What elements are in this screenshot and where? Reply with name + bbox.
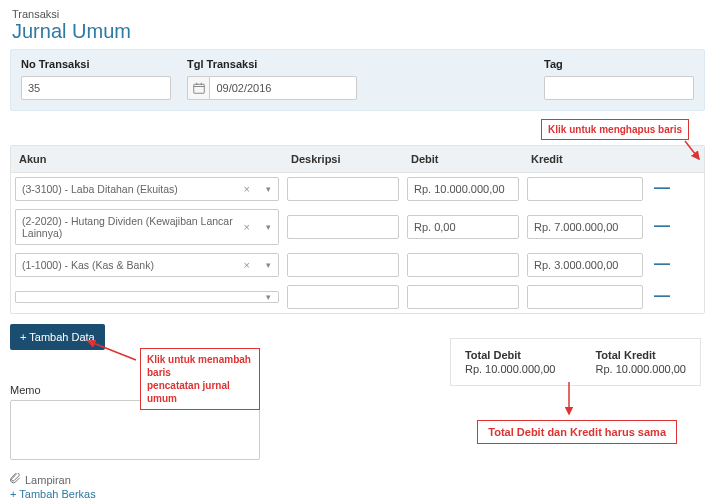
akun-select[interactable]: (1-1000) - Kas (Kas & Bank)×	[15, 253, 259, 277]
chevron-down-icon[interactable]: ▾	[259, 291, 279, 303]
akun-select-value: (3-3100) - Laba Ditahan (Ekuitas)	[22, 183, 178, 195]
table-row: (2-2020) - Hutang Dividen (Kewajiban Lan…	[11, 205, 704, 249]
header-panel: No Transaksi Tgl Transaksi Tag	[10, 49, 705, 111]
breadcrumb: Transaksi	[12, 8, 705, 20]
chevron-down-icon[interactable]: ▾	[259, 253, 279, 277]
attachment-label: Lampiran	[25, 474, 71, 486]
deskripsi-input[interactable]	[287, 177, 399, 201]
debit-input[interactable]	[407, 215, 519, 239]
clear-icon[interactable]: ×	[241, 221, 253, 233]
no-transaksi-input[interactable]	[21, 76, 171, 100]
akun-select[interactable]	[15, 291, 259, 303]
add-row-button[interactable]: + Tambah Data	[10, 324, 105, 350]
deskripsi-input[interactable]	[287, 215, 399, 239]
delete-row-button[interactable]: —	[654, 291, 670, 301]
no-transaksi-label: No Transaksi	[21, 58, 171, 70]
attachment-icon	[10, 473, 21, 486]
table-row: ▾—	[11, 281, 704, 313]
chevron-down-icon[interactable]: ▾	[259, 209, 279, 245]
totals-panel: Total Debit Rp. 10.000.000,00 Total Kred…	[450, 338, 701, 386]
debit-input[interactable]	[407, 285, 519, 309]
tag-input[interactable]	[544, 76, 694, 100]
clear-icon[interactable]: ×	[241, 259, 253, 271]
deskripsi-input[interactable]	[287, 253, 399, 277]
kredit-input[interactable]	[527, 177, 643, 201]
add-attachment-link[interactable]: + Tambah Berkas	[10, 488, 96, 500]
tag-label: Tag	[544, 58, 694, 70]
delete-row-button[interactable]: —	[654, 183, 670, 193]
callout-add-row: Klik untuk menambah baris pencatatan jur…	[140, 348, 260, 410]
akun-select-value: (2-2020) - Hutang Dividen (Kewajiban Lan…	[22, 215, 241, 239]
page-title: Jurnal Umum	[12, 20, 705, 43]
tgl-transaksi-label: Tgl Transaksi	[187, 58, 357, 70]
table-row: (1-1000) - Kas (Kas & Bank)×▾—	[11, 249, 704, 281]
akun-select[interactable]: (2-2020) - Hutang Dividen (Kewajiban Lan…	[15, 209, 259, 245]
total-debit-value: Rp. 10.000.000,00	[465, 363, 556, 375]
journal-grid: Akun Deskripsi Debit Kredit (3-3100) - L…	[10, 145, 705, 314]
clear-icon[interactable]: ×	[241, 183, 253, 195]
delete-row-button[interactable]: —	[654, 259, 670, 269]
total-kredit-label: Total Kredit	[595, 349, 686, 361]
akun-select[interactable]: (3-3100) - Laba Ditahan (Ekuitas)×	[15, 177, 259, 201]
callout-totals-match: Total Debit dan Kredit harus sama	[477, 420, 677, 444]
total-debit-label: Total Debit	[465, 349, 556, 361]
callout-delete-row: Klik untuk menghapus baris	[541, 119, 689, 140]
debit-input[interactable]	[407, 253, 519, 277]
deskripsi-input[interactable]	[287, 285, 399, 309]
delete-row-button[interactable]: —	[654, 221, 670, 231]
col-header-kredit: Kredit	[523, 146, 647, 172]
kredit-input[interactable]	[527, 215, 643, 239]
calendar-icon[interactable]	[187, 76, 209, 100]
col-header-deskripsi: Deskripsi	[283, 146, 403, 172]
tgl-transaksi-input[interactable]	[209, 76, 357, 100]
kredit-input[interactable]	[527, 253, 643, 277]
col-header-akun: Akun	[11, 146, 283, 172]
total-kredit-value: Rp. 10.000.000,00	[595, 363, 686, 375]
table-row: (3-3100) - Laba Ditahan (Ekuitas)×▾—	[11, 173, 704, 205]
akun-select-value: (1-1000) - Kas (Kas & Bank)	[22, 259, 154, 271]
debit-input[interactable]	[407, 177, 519, 201]
kredit-input[interactable]	[527, 285, 643, 309]
col-header-debit: Debit	[403, 146, 523, 172]
svg-rect-0	[193, 84, 204, 93]
chevron-down-icon[interactable]: ▾	[259, 177, 279, 201]
